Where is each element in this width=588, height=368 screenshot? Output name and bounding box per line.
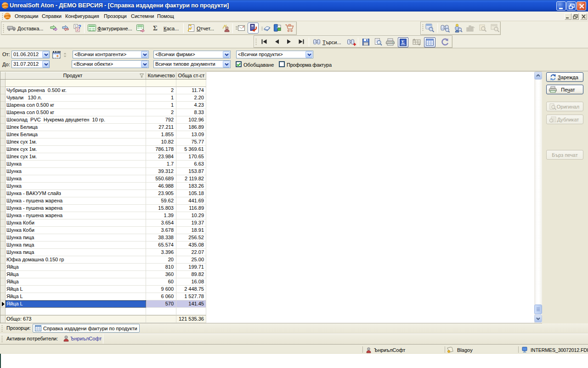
- svg-text:?: ?: [78, 24, 81, 29]
- svg-text:Σ: Σ: [401, 39, 405, 45]
